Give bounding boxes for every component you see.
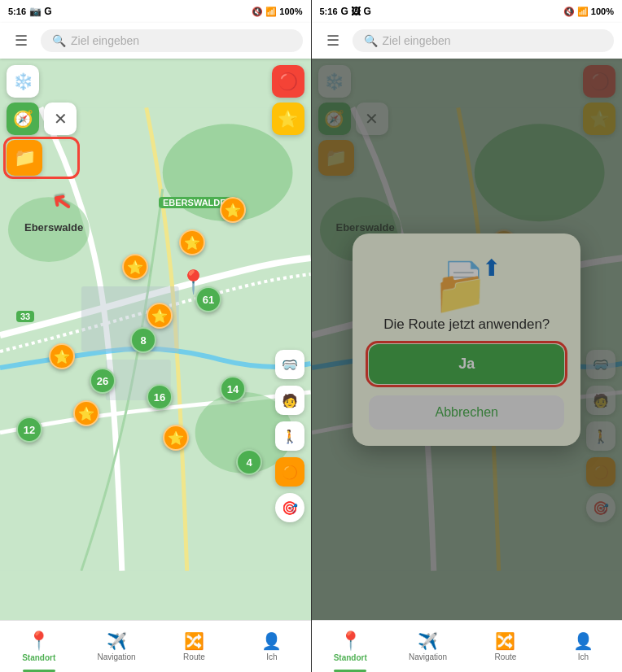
- dialog-confirm-btn[interactable]: Ja: [369, 344, 564, 384]
- route-icon-left: 🔀: [184, 631, 204, 651]
- green-num-16: 16: [147, 384, 173, 410]
- bottom-nav-left: 📍 Standort ✈️ Navigation 🔀 Route 👤 Ich: [0, 620, 311, 672]
- search-icon-left: 🔍: [52, 34, 66, 47]
- time-left: 5:16: [8, 7, 26, 16]
- mute-icon-right: 🔇: [563, 7, 575, 17]
- ich-icon-left: 👤: [261, 631, 282, 651]
- search-icon-right: 🔍: [364, 34, 378, 47]
- ich-icon-right: 👤: [573, 631, 594, 651]
- location-pin: 📍: [179, 268, 208, 295]
- upload-arrow-icon: ⬆: [482, 255, 501, 281]
- marker-7[interactable]: ⭐: [163, 425, 189, 451]
- nav-item-ich-right[interactable]: 👤 Ich: [545, 621, 622, 672]
- compass-btn[interactable]: 🎯: [275, 493, 304, 522]
- folder-icon: 📁: [14, 147, 36, 168]
- dialog-title: Die Route jetzt anwenden?: [383, 316, 550, 333]
- route-label-right: Route: [495, 652, 517, 661]
- marker-1[interactable]: ⭐: [122, 254, 148, 280]
- search-placeholder-left: Ziel eingeben: [71, 34, 139, 47]
- walk-btn[interactable]: 🚶: [275, 421, 304, 451]
- dialog-icon: 📄 📁 ⬆: [434, 253, 499, 310]
- map-controls-top-right: 🔴 ⭐: [272, 65, 304, 135]
- wifi-icon-right: 📶: [577, 7, 589, 17]
- status-time-right: 5:16 G 🖼 G: [320, 6, 371, 17]
- nav-item-navigation-right[interactable]: ✈️ Navigation: [389, 621, 466, 672]
- nav-item-route-right[interactable]: 🔀 Route: [466, 621, 544, 672]
- nav-item-standort-left[interactable]: 📍 Standort: [0, 621, 77, 672]
- bottom-nav-right: 📍 Standort ✈️ Navigation 🔀 Route 👤 Ich: [312, 620, 623, 672]
- import-route-btn[interactable]: 📁: [7, 140, 42, 176]
- green-num-26: 26: [90, 368, 116, 394]
- green-num-8: 8: [130, 327, 156, 353]
- search-bar-right: ☰ 🔍 Ziel eingeben: [312, 23, 623, 59]
- marker-3[interactable]: ⭐: [220, 197, 246, 223]
- battery-left: 100%: [279, 7, 302, 16]
- nav-item-route-left[interactable]: 🔀 Route: [156, 621, 233, 672]
- record-btn[interactable]: 🔴: [272, 65, 304, 98]
- green-num-12: 12: [16, 417, 42, 443]
- battery-right: 100%: [591, 7, 614, 16]
- navigation-icon-left: ✈️: [107, 631, 127, 651]
- confirm-dialog: 📄 📁 ⬆ Die Route jetzt anwenden? Ja Abbre…: [353, 233, 580, 446]
- standort-label-right: Standort: [334, 653, 367, 662]
- navigation-label-left: Navigation: [97, 652, 135, 661]
- nav-close-row: 🧭 ✕: [7, 103, 77, 135]
- hamburger-btn-right[interactable]: ☰: [320, 28, 346, 54]
- map-area-right: ❄️ 🧭 ✕ 📁 🔴 ⭐ Eberswalde ⭐ ⭐ ⭐ 🥽 🧑 🚶 🟠 🎯: [312, 59, 623, 620]
- phone-left: 5:16 📷 G 🔇 📶 100% ☰ 🔍 Ziel eingeben: [0, 0, 311, 672]
- standort-label-left: Standort: [22, 653, 55, 662]
- ich-label-right: Ich: [578, 652, 589, 661]
- search-container-right[interactable]: 🔍 Ziel eingeben: [353, 29, 615, 52]
- wifi-icon-left: 📶: [265, 7, 277, 17]
- star-btn[interactable]: ⭐: [272, 103, 304, 135]
- green-num-14: 14: [220, 376, 246, 402]
- nav-item-standort-right[interactable]: 📍 Standort: [312, 621, 389, 672]
- standort-icon-right: 📍: [339, 631, 361, 652]
- status-icons-right: G 🖼 G: [341, 6, 371, 17]
- dialog-overlay: 📄 📁 ⬆ Die Route jetzt anwenden? Ja Abbre…: [312, 59, 623, 620]
- search-bar-left: ☰ 🔍 Ziel eingeben: [0, 23, 311, 59]
- snowflake-btn[interactable]: ❄️: [7, 65, 39, 98]
- folder-btn-wrapper: 📁: [7, 140, 77, 176]
- navigation-icon-right: ✈️: [418, 631, 438, 651]
- orange-btn[interactable]: 🟠: [275, 457, 304, 487]
- standort-icon-left: 📍: [28, 631, 50, 652]
- mute-icon-left: 🔇: [252, 7, 263, 17]
- phone-right: 5:16 G 🖼 G 🔇 📶 100% ☰ 🔍 Ziel eingeben: [312, 0, 623, 672]
- close-btn[interactable]: ✕: [44, 103, 77, 135]
- status-time-left: 5:16 📷 G: [8, 6, 52, 17]
- folder-icon-dialog: 📁: [434, 268, 487, 317]
- marker-6[interactable]: ⭐: [73, 400, 99, 426]
- search-container-left[interactable]: 🔍 Ziel eingeben: [41, 29, 303, 52]
- map-area-left: ❄️ 🧭 ✕ 📁 ➜ 🔴 ⭐ Eberswalde 33 EBERSWAL: [0, 59, 311, 620]
- marker-2[interactable]: ⭐: [179, 229, 205, 255]
- hamburger-btn-left[interactable]: ☰: [8, 28, 34, 54]
- nav-item-ich-left[interactable]: 👤 Ich: [233, 621, 310, 672]
- status-right-left: 🔇 📶 100%: [252, 7, 302, 17]
- dialog-cancel-btn[interactable]: Abbrechen: [369, 395, 564, 430]
- avatar-btn[interactable]: 🧑: [275, 386, 304, 415]
- nav-btn[interactable]: 🧭: [7, 103, 39, 135]
- road-num-33: 33: [16, 311, 34, 322]
- marker-4[interactable]: ⭐: [147, 303, 173, 329]
- ich-label-left: Ich: [266, 652, 277, 661]
- route-icon-right: 🔀: [495, 631, 515, 651]
- map-controls-right: 🥽 🧑 🚶 🟠 🎯: [275, 350, 304, 522]
- status-bar-right: 5:16 G 🖼 G 🔇 📶 100%: [312, 0, 623, 23]
- green-num-4: 4: [236, 449, 262, 475]
- marker-5[interactable]: ⭐: [49, 343, 75, 369]
- status-icons-left: 📷 G: [29, 6, 52, 17]
- city-label-eberswalde: Eberswalde: [24, 221, 83, 233]
- status-bar-left: 5:16 📷 G 🔇 📶 100%: [0, 0, 311, 23]
- ar-btn[interactable]: 🥽: [275, 350, 304, 379]
- nav-item-navigation-left[interactable]: ✈️ Navigation: [77, 621, 155, 672]
- status-right-right: 🔇 📶 100%: [563, 7, 614, 17]
- route-label-left: Route: [183, 652, 205, 661]
- map-controls-top-left: ❄️ 🧭 ✕ 📁: [7, 65, 77, 176]
- navigation-label-right: Navigation: [409, 652, 447, 661]
- time-right: 5:16: [320, 7, 338, 16]
- search-placeholder-right: Ziel eingeben: [383, 34, 451, 47]
